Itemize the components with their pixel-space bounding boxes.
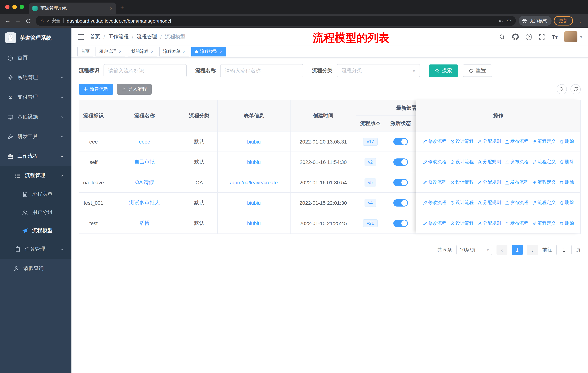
design-process-link[interactable]: 设计流程 [450, 138, 474, 145]
current-page-button[interactable]: 1 [512, 245, 523, 255]
sidebar-item-process-form[interactable]: 流程表单 [0, 185, 72, 203]
active-toggle[interactable] [393, 179, 408, 186]
sidebar-item-user-group[interactable]: 用户分组 [0, 203, 72, 222]
publish-process-link[interactable]: 发布流程 [505, 220, 528, 226]
new-tab-button[interactable]: + [120, 4, 124, 12]
refresh-table-button[interactable] [570, 84, 581, 94]
process-name-input[interactable] [220, 64, 303, 77]
delete-process-link[interactable]: 删除 [559, 220, 574, 226]
breadcrumb-process-management[interactable]: 流程管理 [137, 33, 157, 40]
assign-rule-link[interactable]: 分配规则 [477, 200, 501, 206]
close-window-button[interactable] [5, 5, 10, 9]
process-name-link[interactable]: 测试多审批人 [129, 200, 160, 206]
bookmark-star-icon[interactable]: ☆ [506, 18, 511, 24]
sidebar-item-system[interactable]: 系统管理 [0, 68, 72, 87]
assign-rule-link[interactable]: 分配规则 [477, 138, 501, 145]
assign-rule-link[interactable]: 分配规则 [477, 220, 501, 226]
tag-close-icon[interactable]: × [119, 49, 122, 54]
create-process-button[interactable]: 新建流程 [79, 84, 113, 95]
edit-process-link[interactable]: 修改流程 [423, 200, 446, 206]
tag-close-icon[interactable]: × [151, 49, 153, 54]
sidebar-item-workflow[interactable]: 工作流程 [0, 146, 72, 166]
publish-process-link[interactable]: 发布流程 [505, 138, 528, 145]
active-toggle[interactable] [393, 220, 408, 227]
collapse-sidebar-icon[interactable] [77, 34, 84, 40]
tag-my-process[interactable]: 我的流程 × [127, 47, 157, 56]
tag-process-model[interactable]: 流程模型 × [191, 47, 226, 56]
process-name-link[interactable]: 滔博 [139, 220, 150, 227]
sidebar-item-task-management[interactable]: 任务管理 [0, 240, 72, 259]
tag-process-form[interactable]: 流程表单 × [159, 47, 189, 56]
zoom-window-button[interactable] [20, 5, 24, 9]
design-process-link[interactable]: 设计流程 [450, 220, 474, 226]
category-select[interactable]: 流程分类 ▾ [337, 64, 420, 77]
tag-tenant[interactable]: 租户管理 × [95, 47, 125, 56]
delete-process-link[interactable]: 删除 [559, 179, 574, 185]
forward-icon[interactable]: → [13, 16, 23, 26]
sidebar-item-payment[interactable]: ¥ 支付管理 [0, 87, 72, 107]
form-info-link[interactable]: biubiu [247, 159, 261, 165]
reload-icon[interactable] [23, 16, 33, 26]
sidebar-item-home[interactable]: 首页 [0, 48, 72, 68]
edit-process-link[interactable]: 修改流程 [423, 159, 446, 165]
publish-process-link[interactable]: 发布流程 [505, 200, 528, 206]
process-definition-link[interactable]: 流程定义 [532, 200, 556, 206]
user-avatar[interactable] [565, 31, 578, 42]
breadcrumb-workflow[interactable]: 工作流程 [108, 33, 129, 40]
next-page-button[interactable]: › [527, 245, 538, 255]
github-icon[interactable] [512, 33, 519, 40]
page-size-select[interactable]: 10条/页 ▾ [456, 245, 492, 255]
search-button[interactable]: 搜索 [429, 64, 458, 77]
tag-close-icon[interactable]: × [220, 49, 222, 54]
design-process-link[interactable]: 设计流程 [450, 159, 474, 165]
sidebar-item-dev-tools[interactable]: 研发工具 [0, 127, 72, 146]
edit-process-link[interactable]: 修改流程 [423, 138, 446, 145]
tag-close-icon[interactable]: × [183, 49, 185, 54]
active-toggle[interactable] [393, 158, 408, 166]
header-search-icon[interactable] [499, 34, 505, 40]
form-info-link[interactable]: biubiu [247, 220, 261, 226]
publish-process-link[interactable]: 发布流程 [505, 179, 528, 185]
edit-process-link[interactable]: 修改流程 [423, 179, 446, 185]
breadcrumb-home[interactable]: 首页 [90, 33, 100, 40]
sidebar-item-infrastructure[interactable]: 基础设施 [0, 107, 72, 127]
active-toggle[interactable] [393, 138, 408, 145]
reset-button[interactable]: 重置 [462, 64, 492, 77]
minimize-window-button[interactable] [12, 5, 17, 9]
assign-rule-link[interactable]: 分配规则 [477, 159, 501, 165]
edit-process-link[interactable]: 修改流程 [423, 220, 446, 226]
import-process-button[interactable]: 导入流程 [117, 84, 152, 95]
publish-process-link[interactable]: 发布流程 [505, 159, 528, 165]
tab-close-icon[interactable]: × [110, 6, 113, 11]
toggle-search-button[interactable] [557, 84, 567, 94]
goto-page-input[interactable] [556, 245, 572, 255]
process-definition-link[interactable]: 流程定义 [532, 159, 556, 165]
assign-rule-link[interactable]: 分配规则 [477, 179, 501, 185]
password-key-icon[interactable] [498, 18, 504, 23]
delete-process-link[interactable]: 删除 [559, 159, 574, 165]
sidebar-item-process-management[interactable]: 流程管理 [0, 166, 72, 185]
browser-tab[interactable]: 芋道管理系统 × [29, 2, 116, 14]
form-info-link[interactable]: biubiu [247, 200, 261, 206]
form-info-link[interactable]: /bpm/oa/leave/create [230, 179, 278, 185]
address-bar[interactable]: ⚠ 不安全 dashboard.yudao.iocoder.cn/bpm/man… [36, 16, 516, 26]
back-icon[interactable]: ← [3, 16, 12, 26]
sidebar-item-leave-query[interactable]: 请假查询 [0, 259, 72, 278]
incognito-badge[interactable]: 无痕模式 [519, 16, 552, 26]
app-logo[interactable]: 芋道管理系统 [0, 28, 72, 48]
process-definition-link[interactable]: 流程定义 [532, 138, 556, 145]
process-id-input[interactable] [104, 64, 187, 77]
delete-process-link[interactable]: 删除 [559, 138, 574, 145]
browser-menu-icon[interactable]: ⋮ [575, 18, 585, 24]
process-name-link[interactable]: 自己审批 [134, 159, 155, 165]
process-name-link[interactable]: eeee [139, 139, 150, 144]
design-process-link[interactable]: 设计流程 [450, 179, 474, 185]
help-icon[interactable]: ? [526, 34, 532, 40]
fullscreen-icon[interactable] [539, 34, 545, 40]
tag-home[interactable]: 首页 [77, 47, 93, 56]
process-definition-link[interactable]: 流程定义 [532, 179, 556, 185]
form-info-link[interactable]: biubiu [247, 139, 261, 144]
prev-page-button[interactable]: ‹ [496, 245, 507, 255]
process-definition-link[interactable]: 流程定义 [532, 220, 556, 226]
active-toggle[interactable] [393, 199, 408, 206]
